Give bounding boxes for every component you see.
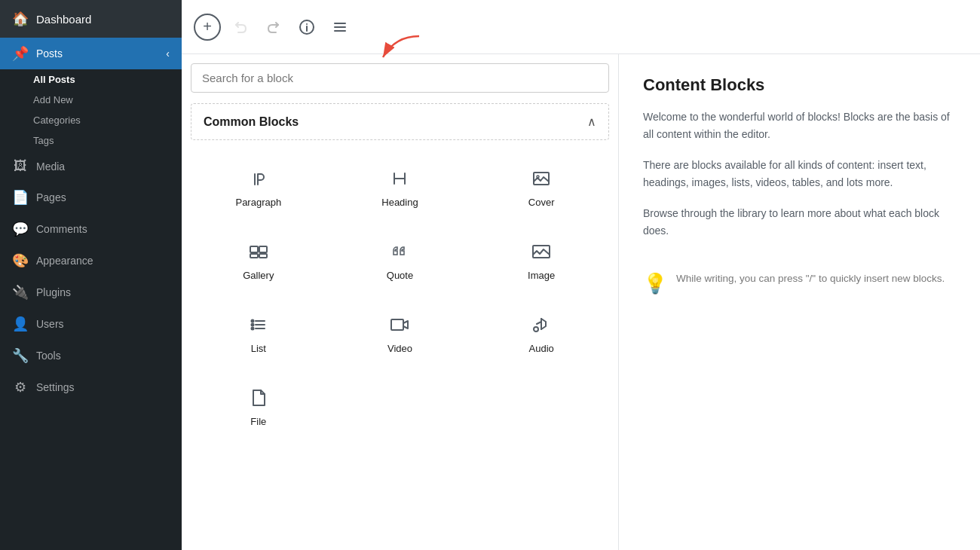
toolbar: +	[182, 0, 980, 54]
sidebar-item-plugins[interactable]: 🔌 Plugins	[0, 277, 182, 308]
sidebar-item-media[interactable]: 🖼 Media	[0, 151, 182, 182]
block-paragraph[interactable]: Paragraph	[191, 152, 326, 219]
sidebar-item-label: Plugins	[36, 286, 71, 298]
block-label: Paragraph	[235, 197, 281, 208]
submenu-tags[interactable]: Tags	[33, 130, 182, 151]
sidebar-item-tools[interactable]: 🔧 Tools	[0, 340, 182, 371]
block-label: List	[251, 343, 266, 354]
sidebar-item-label: Posts	[36, 47, 63, 60]
list-icon	[248, 314, 269, 335]
block-label: Heading	[381, 197, 418, 208]
heading-icon	[389, 168, 410, 189]
tools-icon: 🔧	[12, 347, 29, 364]
settings-icon: ⚙	[12, 379, 29, 396]
sidebar-item-label: Appearance	[36, 255, 93, 267]
sidebar-item-label: Media	[36, 160, 65, 173]
file-icon	[248, 387, 269, 408]
info-title: Content Blocks	[643, 75, 956, 95]
block-quote[interactable]: Quote	[332, 225, 468, 292]
block-cover[interactable]: Cover	[473, 152, 609, 219]
submenu-categories[interactable]: Categories	[33, 110, 182, 130]
posts-submenu: All Posts Add New Categories Tags	[0, 69, 182, 151]
svg-point-10	[251, 320, 253, 322]
content-area: Common Blocks ∧ Paragraph	[182, 54, 980, 550]
common-blocks-section[interactable]: Common Blocks ∧	[191, 103, 609, 140]
block-label: Gallery	[243, 270, 274, 281]
sidebar-item-settings[interactable]: ⚙ Settings	[0, 371, 182, 403]
plugins-icon: 🔌	[12, 284, 29, 301]
quote-icon	[389, 241, 410, 262]
block-label: Quote	[387, 270, 413, 281]
svg-rect-7	[250, 254, 258, 258]
svg-point-11	[251, 324, 253, 326]
blocks-grid: Paragraph Heading	[191, 152, 609, 438]
submenu-all-posts[interactable]: All Posts	[33, 69, 182, 90]
block-image[interactable]: Image	[473, 225, 609, 292]
dashboard-icon: 🏠	[12, 11, 29, 27]
posts-icon: 📌	[12, 45, 29, 62]
svg-rect-8	[259, 254, 267, 258]
list-view-button[interactable]	[326, 14, 354, 41]
lightbulb-icon: 💡	[643, 272, 667, 295]
main-area: +	[182, 0, 980, 550]
redo-button[interactable]	[260, 14, 287, 41]
submenu-add-new[interactable]: Add New	[33, 90, 182, 110]
pages-icon: 📄	[12, 189, 29, 206]
block-heading[interactable]: Heading	[332, 152, 468, 219]
info-button[interactable]	[293, 14, 320, 41]
block-video[interactable]: Video	[332, 298, 468, 365]
undo-button[interactable]	[227, 14, 254, 41]
block-gallery[interactable]: Gallery	[191, 225, 326, 292]
svg-point-1	[306, 23, 308, 25]
tip-box: 💡 While writing, you can press "/" to qu…	[643, 270, 956, 295]
sidebar: 🏠 Dashboard 📌 Posts ‹ All Posts Add New …	[0, 0, 182, 550]
block-label: Video	[387, 343, 412, 354]
block-file[interactable]: File	[191, 371, 326, 438]
info-panel: Content Blocks Welcome to the wonderful …	[619, 54, 980, 550]
search-input[interactable]	[191, 63, 609, 93]
sidebar-item-comments[interactable]: 💬 Comments	[0, 213, 182, 245]
undo-icon	[232, 19, 249, 35]
sidebar-item-label: Pages	[36, 191, 66, 203]
sidebar-item-label: Comments	[36, 223, 87, 235]
svg-point-12	[251, 328, 253, 330]
info-paragraph-3: Browse through the library to learn more…	[643, 205, 956, 240]
appearance-icon: 🎨	[12, 252, 29, 269]
gallery-icon	[248, 241, 269, 262]
sidebar-item-posts[interactable]: 📌 Posts ‹	[0, 38, 182, 69]
svg-rect-13	[391, 319, 403, 330]
block-label: File	[250, 416, 266, 427]
tip-text: While writing, you can press "/" to quic…	[676, 270, 945, 287]
block-label: Audio	[529, 343, 554, 354]
svg-rect-5	[250, 246, 258, 252]
sidebar-item-dashboard[interactable]: 🏠 Dashboard	[0, 0, 182, 38]
sidebar-item-pages[interactable]: 📄 Pages	[0, 182, 182, 213]
audio-icon	[531, 314, 552, 335]
sidebar-item-label: Dashboard	[36, 13, 91, 26]
video-icon	[389, 314, 410, 335]
add-block-button[interactable]: +	[194, 14, 221, 41]
chevron-up-icon: ∧	[587, 115, 596, 129]
block-label: Image	[528, 270, 555, 281]
sidebar-item-users[interactable]: 👤 Users	[0, 308, 182, 340]
sidebar-item-appearance[interactable]: 🎨 Appearance	[0, 245, 182, 277]
comments-icon: 💬	[12, 221, 29, 237]
svg-point-14	[534, 327, 538, 332]
sidebar-item-label: Tools	[36, 350, 61, 362]
info-paragraph-2: There are blocks available for all kinds…	[643, 157, 956, 191]
svg-point-4	[537, 176, 539, 178]
block-label: Cover	[528, 197, 555, 208]
info-icon	[299, 19, 315, 35]
sidebar-item-label: Settings	[36, 381, 75, 393]
svg-rect-6	[259, 246, 267, 252]
block-list[interactable]: List	[191, 298, 326, 365]
media-icon: 🖼	[12, 158, 29, 174]
block-audio[interactable]: Audio	[473, 298, 609, 365]
section-title: Common Blocks	[204, 115, 299, 129]
list-view-icon	[332, 19, 348, 35]
redo-icon	[265, 19, 282, 35]
block-inserter-panel: Common Blocks ∧ Paragraph	[182, 54, 619, 550]
sidebar-item-label: Users	[36, 318, 64, 330]
info-paragraph-1: Welcome to the wonderful world of blocks…	[643, 108, 956, 143]
image-icon	[531, 241, 552, 262]
